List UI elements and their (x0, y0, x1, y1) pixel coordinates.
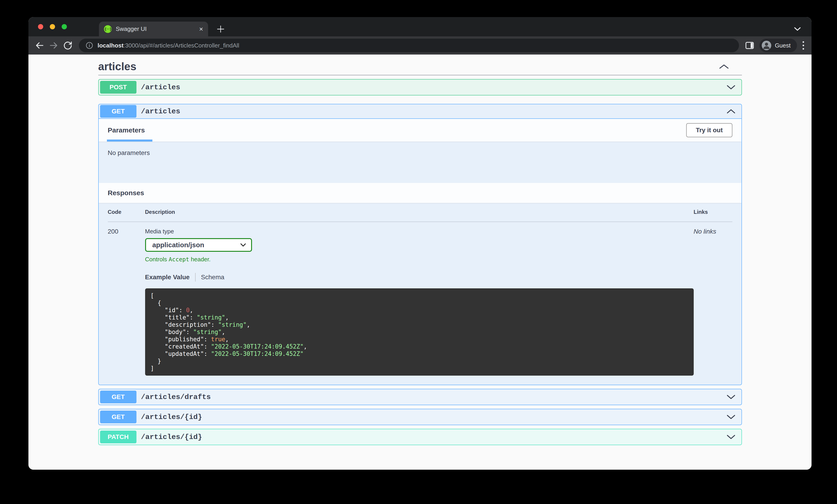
responses-table-header: Code Description Links (108, 209, 732, 215)
plus-icon (216, 24, 226, 34)
method-badge: GET (100, 105, 137, 118)
browser-window: {··} Swagger UI × loca (29, 17, 812, 470)
swagger-page: articles POST /articles GET /articles (29, 55, 812, 470)
chevron-up-icon (727, 109, 735, 114)
reload-button[interactable] (61, 38, 75, 53)
tab-schema[interactable]: Schema (201, 274, 225, 281)
method-badge: POST (100, 81, 137, 94)
no-links-text: No links (694, 228, 732, 376)
minimize-window-button[interactable] (50, 24, 55, 29)
url-path: :3000/api/#/articles/ArticlesController_… (124, 42, 239, 49)
operation-row-post-articles[interactable]: POST /articles (98, 79, 742, 95)
response-description-cell: Media type application/json Controls Acc… (145, 228, 694, 376)
section-header-articles[interactable]: articles (98, 58, 742, 75)
maximize-window-button[interactable] (61, 24, 67, 29)
chevron-down-icon (727, 434, 735, 440)
avatar-icon (762, 41, 771, 50)
toolbar-right: Guest (745, 39, 805, 52)
parameters-body: No parameters (99, 142, 742, 183)
browser-toolbar: localhost:3000/api/#/articles/ArticlesCo… (29, 36, 812, 55)
kebab-menu-icon[interactable] (802, 40, 805, 51)
divider (108, 222, 732, 222)
response-row-200: 200 Media type application/json Controls… (108, 228, 732, 376)
chevron-down-icon (793, 26, 802, 31)
side-panel-button[interactable] (745, 41, 754, 50)
media-type-label: Media type (145, 228, 694, 235)
status-code: 200 (108, 228, 145, 376)
site-info-icon[interactable] (85, 41, 93, 50)
url-bar[interactable]: localhost:3000/api/#/articles/ArticlesCo… (79, 39, 739, 52)
tab-close-icon[interactable]: × (199, 26, 203, 33)
chevron-down-icon (727, 414, 735, 419)
responses-title: Responses (108, 189, 144, 197)
tab-search-button[interactable] (790, 22, 804, 36)
chevron-up-icon (719, 64, 729, 69)
no-parameters-text: No parameters (108, 149, 150, 156)
tab-example-value[interactable]: Example Value (145, 274, 190, 281)
url-host: localhost (97, 42, 124, 49)
example-value-code: [ { "id": 0, "title": "string", "descrip… (145, 288, 694, 376)
try-it-out-button[interactable]: Try it out (686, 123, 732, 137)
tab-title: Swagger UI (116, 25, 196, 33)
active-tab-indicator (107, 139, 153, 142)
back-icon (36, 43, 43, 48)
operation-row-patch-articles-id[interactable]: PATCH /articles/{id} (98, 429, 742, 445)
code-column-header: Code (108, 209, 145, 215)
operation-path: /articles (141, 107, 180, 116)
model-example-tabs: Example Value Schema (145, 273, 694, 282)
links-column-header: Links (694, 209, 732, 215)
profile-button[interactable]: Guest (760, 39, 797, 52)
responses-body: Code Description Links 200 Media type ap… (99, 203, 742, 385)
forward-button[interactable] (47, 38, 61, 53)
parameters-header: Parameters Try it out (99, 119, 742, 142)
forward-icon (50, 43, 57, 48)
media-type-value: application/json (153, 241, 204, 249)
traffic-lights (38, 17, 67, 36)
method-badge: PATCH (100, 431, 137, 443)
accept-header-hint: Controls Accept header. (145, 256, 694, 263)
method-badge: GET (100, 391, 137, 403)
method-badge: GET (100, 411, 137, 423)
chevron-down-icon (240, 243, 246, 247)
new-tab-button[interactable] (213, 22, 228, 36)
operation-path: /articles/drafts (141, 393, 211, 401)
media-type-select[interactable]: application/json (145, 238, 252, 252)
responses-header: Responses (99, 183, 742, 203)
operation-row-get-articles-id[interactable]: GET /articles/{id} (98, 409, 742, 425)
operation-row-get-articles-drafts[interactable]: GET /articles/drafts (98, 389, 742, 405)
swagger-favicon-icon: {··} (104, 25, 112, 33)
chevron-down-icon (727, 394, 735, 399)
profile-name: Guest (775, 42, 790, 49)
operation-path: /articles/{id} (141, 433, 202, 441)
back-button[interactable] (33, 38, 47, 53)
parameters-title: Parameters (108, 126, 145, 134)
description-column-header: Description (145, 209, 694, 215)
operation-path: /articles/{id} (141, 413, 202, 421)
operation-summary[interactable]: GET /articles (99, 104, 742, 119)
browser-tab[interactable]: {··} Swagger UI × (99, 22, 208, 36)
operation-path: /articles (141, 83, 180, 92)
close-window-button[interactable] (38, 24, 43, 29)
divider (195, 273, 196, 282)
chevron-down-icon (727, 85, 735, 90)
reload-icon (64, 42, 71, 49)
section-title: articles (98, 60, 137, 73)
operation-block-get-articles: GET /articles Parameters Try it out No p… (98, 104, 742, 385)
tab-strip: {··} Swagger UI × (29, 17, 812, 36)
